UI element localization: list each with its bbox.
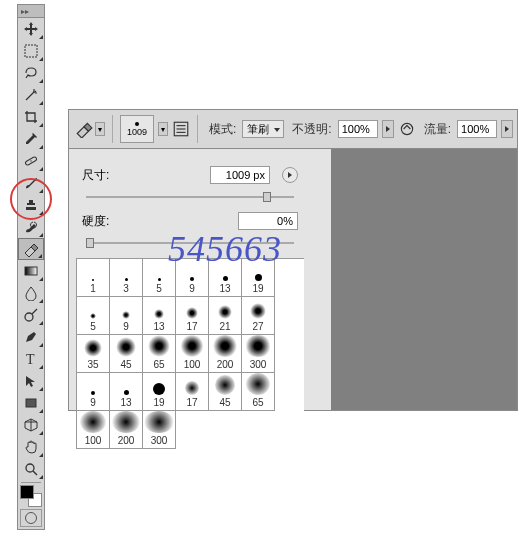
rectangle-tool[interactable] (18, 392, 44, 414)
brush-preset-picker[interactable]: 1009 (120, 115, 154, 143)
brush-preset[interactable]: 13 (143, 297, 176, 335)
tools-panel: ▸▸ (17, 4, 45, 530)
brush-dot-icon (135, 122, 139, 126)
flow-label: 流量: (424, 121, 451, 138)
brush-size-number: 1009 (127, 127, 147, 137)
brush-preset-size: 21 (219, 321, 230, 332)
brush-preset-size: 100 (85, 435, 102, 446)
brush-preset-size: 9 (90, 397, 96, 408)
brush-preset-size: 13 (219, 283, 230, 294)
brush-preset[interactable]: 100 (176, 335, 209, 373)
eyedropper-tool[interactable] (18, 128, 44, 150)
type-tool[interactable] (18, 348, 44, 370)
brush-preset[interactable]: 35 (77, 335, 110, 373)
brush-preset-size: 200 (118, 435, 135, 446)
size-slider[interactable] (86, 192, 294, 202)
brush-preset[interactable]: 27 (242, 297, 275, 335)
brush-preset-size: 17 (186, 397, 197, 408)
chevron-down-icon: ▾ (95, 122, 105, 136)
brush-preset[interactable]: 9 (110, 297, 143, 335)
pen-tool[interactable] (18, 326, 44, 348)
brush-preset-size: 5 (156, 283, 162, 294)
brush-preset[interactable]: 45 (209, 373, 242, 411)
gradient-tool[interactable] (18, 260, 44, 282)
hardness-input[interactable] (238, 212, 298, 230)
brush-preset[interactable]: 21 (209, 297, 242, 335)
brush-preset-size: 27 (252, 321, 263, 332)
brush-preset[interactable]: 17 (176, 297, 209, 335)
brush-preset-size: 100 (184, 359, 201, 370)
brush-preset-size: 13 (120, 397, 131, 408)
brush-preset[interactable]: 13 (110, 373, 143, 411)
tool-preset-picker[interactable]: ▾ (75, 120, 105, 138)
size-input[interactable] (210, 166, 270, 184)
brush-preset[interactable]: 17 (176, 373, 209, 411)
brush-preset-size: 35 (87, 359, 98, 370)
document-canvas-grey[interactable] (331, 148, 518, 411)
lasso-tool[interactable] (18, 62, 44, 84)
mode-select[interactable]: 筆刷 (242, 120, 284, 138)
brush-preset-size: 3 (123, 283, 129, 294)
brush-preset[interactable]: 100 (77, 411, 110, 449)
quick-mask-toggle[interactable] (20, 509, 42, 527)
magic-wand-tool[interactable] (18, 84, 44, 106)
opacity-input[interactable]: 100% (338, 120, 378, 138)
hardness-label: 硬度: (82, 213, 122, 230)
brush-preset-grid: 1359131959131721273545651002003009131917… (76, 258, 304, 449)
blur-tool[interactable] (18, 282, 44, 304)
brush-preset-size: 1 (90, 283, 96, 294)
zoom-tool[interactable] (18, 458, 44, 480)
brush-preset-size: 45 (120, 359, 131, 370)
brush-preset[interactable]: 19 (242, 259, 275, 297)
hand-tool[interactable] (18, 436, 44, 458)
brush-preset-size: 300 (151, 435, 168, 446)
brush-preset[interactable]: 45 (110, 335, 143, 373)
color-swatches[interactable] (20, 485, 42, 507)
mode-label: 模式: (209, 121, 236, 138)
panel-grip[interactable]: ▸▸ (18, 5, 44, 18)
brush-preset-size: 65 (252, 397, 263, 408)
flow-input[interactable]: 100% (457, 120, 497, 138)
brush-preset[interactable]: 9 (176, 259, 209, 297)
brush-preset-size: 17 (186, 321, 197, 332)
eraser-tool[interactable] (18, 238, 44, 260)
brush-preset-dropdown[interactable]: ▾ (158, 122, 168, 136)
brush-preset[interactable]: 300 (143, 411, 176, 449)
brush-preset[interactable]: 9 (77, 373, 110, 411)
marquee-tool[interactable] (18, 40, 44, 62)
brush-preset[interactable]: 5 (143, 259, 176, 297)
brush-preset[interactable]: 13 (209, 259, 242, 297)
path-select-tool[interactable] (18, 370, 44, 392)
crop-tool[interactable] (18, 106, 44, 128)
brush-preset[interactable]: 19 (143, 373, 176, 411)
eraser-icon (75, 120, 93, 138)
history-brush-tool[interactable] (18, 216, 44, 238)
move-tool[interactable] (18, 18, 44, 40)
brush-preset-size: 200 (217, 359, 234, 370)
brush-preset[interactable]: 5 (77, 297, 110, 335)
brush-preset[interactable]: 65 (143, 335, 176, 373)
brush-preset[interactable]: 65 (242, 373, 275, 411)
brush-preset-size: 300 (250, 359, 267, 370)
brush-preset-size: 9 (123, 321, 129, 332)
brush-preset[interactable]: 200 (110, 411, 143, 449)
dodge-tool[interactable] (18, 304, 44, 326)
3d-tool[interactable] (18, 414, 44, 436)
hardness-slider[interactable] (86, 238, 294, 248)
brush-preset[interactable]: 200 (209, 335, 242, 373)
healing-brush-tool[interactable] (18, 150, 44, 172)
brush-preset-size: 9 (189, 283, 195, 294)
opacity-flyout[interactable] (382, 120, 394, 138)
brush-tool[interactable] (18, 172, 44, 194)
tablet-pressure-opacity-icon[interactable] (398, 120, 416, 138)
brush-preset-size: 65 (153, 359, 164, 370)
clone-stamp-tool[interactable] (18, 194, 44, 216)
flyout-menu-button[interactable] (282, 167, 298, 183)
brush-preset[interactable]: 3 (110, 259, 143, 297)
brush-preset[interactable]: 1 (77, 259, 110, 297)
brush-preset[interactable]: 300 (242, 335, 275, 373)
brush-panel-toggle-icon[interactable] (172, 120, 190, 138)
flow-flyout[interactable] (501, 120, 513, 138)
brush-preset-size: 19 (153, 397, 164, 408)
foreground-color-swatch[interactable] (20, 485, 34, 499)
